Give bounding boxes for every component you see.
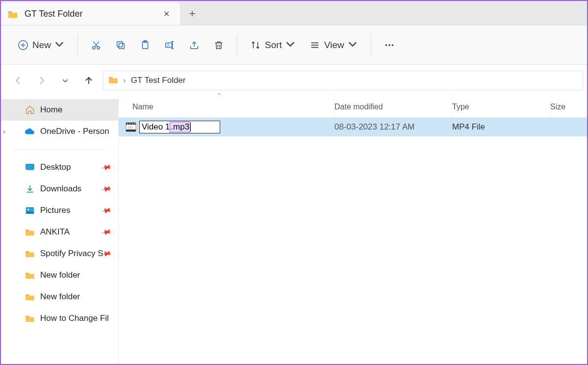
svg-point-32 [127, 123, 128, 124]
pin-icon: 📌 [101, 205, 112, 216]
tab-title: GT Test Folder [25, 9, 159, 19]
text-cursor [190, 123, 191, 131]
sort-label: Sort [265, 40, 282, 51]
sidebar-quick-group: Desktop 📌 Downloads 📌 Pictures 📌 ANKITA … [1, 156, 118, 329]
paste-button[interactable] [133, 33, 157, 57]
sidebar-item-newfolder2[interactable]: New folder [1, 286, 118, 308]
recent-dropdown[interactable] [59, 74, 72, 87]
sidebar-item-label: Pictures [40, 206, 70, 215]
view-button[interactable]: View [303, 33, 365, 57]
folder-icon [8, 10, 18, 18]
rename-button[interactable]: A [157, 33, 182, 57]
svg-point-24 [391, 44, 393, 46]
chevron-down-icon [285, 39, 296, 52]
new-tab-button[interactable]: ＋ [180, 1, 205, 25]
sidebar-item-newfolder1[interactable]: New folder [1, 264, 118, 286]
column-headers: ⌃ Name Date modified Type Size [119, 96, 587, 118]
chevron-down-icon [54, 39, 65, 52]
copy-button[interactable] [108, 33, 133, 57]
rename-input[interactable]: Video 1.mp3 [139, 121, 220, 133]
downloads-icon [25, 183, 35, 194]
chevron-down-icon [347, 39, 358, 52]
file-list: ⌃ Name Date modified Type Size 321 Video… [119, 96, 587, 364]
sidebar-item-label: New folder [40, 292, 80, 302]
column-date[interactable]: Date modified [334, 96, 452, 117]
sidebar-item-label: Downloads [40, 184, 81, 194]
svg-point-34 [132, 123, 133, 124]
column-date-label: Date modified [334, 103, 383, 111]
tab-bar: GT Test Folder ✕ ＋ [1, 1, 587, 26]
svg-rect-8 [117, 41, 123, 47]
up-button[interactable] [82, 74, 95, 87]
home-icon [25, 104, 35, 115]
breadcrumb-item[interactable]: GT Test Folder [131, 76, 186, 85]
svg-point-23 [388, 44, 390, 46]
separator [237, 34, 237, 56]
svg-text:321: 321 [128, 126, 133, 129]
folder-icon [25, 248, 35, 259]
svg-point-22 [385, 44, 387, 46]
sidebar-item-onedrive[interactable]: › OneDrive - Person [1, 121, 118, 142]
sidebar-item-label: ANKITA [40, 227, 70, 237]
svg-rect-25 [26, 164, 34, 170]
delete-button[interactable] [206, 33, 231, 57]
sidebar-item-downloads[interactable]: Downloads 📌 [1, 178, 118, 200]
sidebar-item-spotify[interactable]: Spotify Privacy S 📌 [1, 243, 118, 264]
folder-icon [25, 291, 35, 302]
svg-rect-31 [126, 130, 136, 131]
sidebar-item-label: How to Change Fil [40, 313, 109, 323]
cut-button[interactable] [84, 33, 108, 57]
sidebar-item-home[interactable]: Home [1, 99, 118, 121]
svg-point-33 [129, 123, 130, 124]
sidebar-item-pictures[interactable]: Pictures 📌 [1, 200, 118, 221]
breadcrumb-separator: › [123, 76, 126, 85]
sort-button[interactable]: Sort [243, 33, 303, 57]
forward-button[interactable] [35, 74, 48, 87]
column-name-label: Name [132, 103, 153, 111]
svg-point-35 [134, 123, 135, 124]
file-type-cell: MP4 File [452, 122, 550, 132]
column-type-label: Type [452, 103, 469, 111]
sidebar-item-ankita[interactable]: ANKITA 📌 [1, 221, 118, 243]
share-button[interactable] [182, 33, 206, 57]
new-button[interactable]: New [11, 33, 72, 57]
folder-icon [108, 76, 118, 86]
sidebar-onedrive-label: OneDrive - Person [40, 127, 109, 136]
folder-icon [25, 270, 35, 281]
file-date-cell: 08-03-2023 12:17 AM [334, 122, 452, 132]
close-tab-button[interactable]: ✕ [159, 9, 173, 19]
svg-rect-7 [119, 43, 124, 49]
sidebar-home-label: Home [40, 105, 62, 115]
file-name-cell: 321 Video 1.mp3 [119, 121, 334, 133]
folder-icon [25, 227, 35, 237]
sidebar: Home › OneDrive - Person Desktop 📌 Downl… [1, 96, 119, 364]
main-area: Home › OneDrive - Person Desktop 📌 Downl… [1, 96, 587, 364]
column-type[interactable]: Type [452, 96, 550, 117]
pin-icon: 📌 [101, 183, 112, 195]
cloud-icon [25, 126, 35, 137]
rename-base-text: Video 1 [142, 122, 170, 132]
back-button[interactable] [12, 74, 25, 87]
pin-icon: 📌 [101, 162, 112, 173]
sidebar-item-label: Desktop [40, 162, 71, 172]
new-label: New [32, 40, 51, 51]
view-label: View [324, 40, 344, 51]
desktop-icon [25, 162, 35, 173]
window-tab[interactable]: GT Test Folder ✕ [1, 2, 180, 25]
column-size[interactable]: Size [550, 103, 587, 111]
sidebar-item-howto[interactable]: How to Change Fil [1, 308, 118, 329]
file-row[interactable]: 321 Video 1.mp3 08-03-2023 12:17 AM MP4 … [119, 118, 587, 136]
more-button[interactable] [377, 33, 402, 57]
separator [371, 34, 371, 56]
column-name[interactable]: ⌃ Name [119, 96, 334, 117]
address-bar[interactable]: › GT Test Folder [103, 71, 583, 90]
sidebar-item-desktop[interactable]: Desktop 📌 [1, 156, 118, 178]
video-file-icon: 321 [126, 122, 136, 132]
toolbar: New A Sort View [1, 26, 587, 65]
expand-icon[interactable]: › [3, 128, 5, 135]
pictures-icon [25, 205, 35, 216]
column-size-label: Size [550, 103, 565, 111]
svg-point-28 [27, 209, 29, 210]
sidebar-separator [14, 149, 105, 150]
navigation-row: › GT Test Folder [1, 65, 587, 96]
